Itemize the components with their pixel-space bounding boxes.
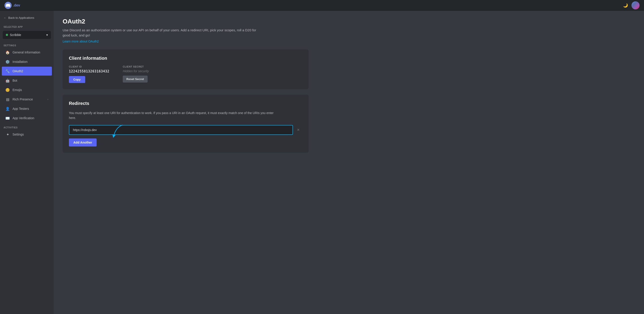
redirect-url-input[interactable] (69, 125, 293, 135)
nav-label-oauth2: OAuth2 (12, 69, 48, 73)
discord-logo-icon (4, 2, 12, 9)
selected-app-name: Scribble (10, 33, 21, 37)
home-icon: 🏠 (5, 50, 10, 54)
client-info-grid: CLIENT ID 1224255813263163432 Copy CLIEN… (69, 65, 302, 83)
wrench-icon: 🔧 (5, 69, 10, 73)
activities-section-label: ACTIVITIES (0, 123, 54, 130)
emoji-icon: 😊 (5, 88, 10, 92)
nav-item-installation[interactable]: ⚙️ Installation (2, 57, 52, 66)
reset-secret-button[interactable]: Reset Secret (123, 76, 148, 82)
sidebar: ← Back to Applications SELECTED APP Scri… (0, 11, 54, 314)
user-avatar[interactable] (632, 1, 640, 10)
settings-section-label: SETTINGS (0, 42, 54, 48)
nav-label-emojis: Emojis (12, 88, 48, 92)
redirects-card: Redirects You must specify at least one … (62, 94, 308, 153)
app-name-row: Scribble (6, 33, 21, 37)
main-content: OAuth2 Use Discord as an authorization s… (54, 11, 644, 314)
back-label: Back to Applications (8, 16, 34, 20)
nav-label-rich-presence: Rich Presence (12, 98, 45, 101)
robot-icon: 🤖 (5, 78, 10, 83)
client-info-card-title: Client information (69, 56, 302, 61)
gear-icon: ⚙️ (5, 60, 10, 64)
page-title: OAuth2 (62, 18, 635, 25)
client-secret-col: CLIENT SECRET Hidden for security Reset … (123, 65, 149, 82)
selected-app-section-label: SELECTED APP (0, 24, 54, 29)
logo-text: .dev (13, 3, 20, 8)
top-navigation: .dev 🌙 (0, 0, 644, 11)
copy-client-id-button[interactable]: Copy (69, 76, 85, 83)
redirect-description: You must specify at least one URI for au… (69, 110, 281, 120)
client-id-label: CLIENT ID (69, 65, 109, 68)
redirect-input-row: × (69, 125, 302, 135)
client-id-col: CLIENT ID 1224255813263163432 Copy (69, 65, 109, 83)
nav-item-rich-presence[interactable]: ▤ Rich Presence › (2, 95, 52, 104)
nav-label-activities-settings: Settings (12, 132, 48, 136)
nav-item-app-testers[interactable]: 👤 App Testers (2, 104, 52, 113)
theme-toggle-icon[interactable]: 🌙 (623, 3, 628, 8)
dropdown-chevron-icon: ▾ (46, 33, 48, 37)
page-description: Use Discord as an authorization system o… (62, 28, 264, 38)
client-information-card: Client information CLIENT ID 12242558132… (62, 50, 308, 89)
nav-label-app-verification: App Verification (12, 116, 48, 120)
client-id-value: 1224255813263163432 (69, 69, 109, 73)
nav-item-app-verification[interactable]: ✉️ App Verification (2, 114, 52, 122)
nav-item-emojis[interactable]: 😊 Emojis (2, 86, 52, 94)
add-another-button[interactable]: Add Another (69, 138, 96, 146)
topnav-right: 🌙 (623, 1, 640, 10)
envelope-icon: ✉️ (5, 116, 10, 120)
back-to-applications-link[interactable]: ← Back to Applications (0, 14, 54, 21)
back-arrow-icon: ← (4, 16, 6, 20)
app-status-dot (6, 34, 8, 36)
client-secret-label: CLIENT SECRET (123, 65, 149, 68)
nav-label-installation: Installation (12, 60, 48, 64)
person-icon: 👤 (5, 106, 10, 111)
rich-presence-chevron-icon: › (48, 98, 48, 101)
nav-item-oauth2[interactable]: 🔧 OAuth2 (2, 67, 52, 76)
remove-redirect-button[interactable]: × (295, 126, 302, 133)
nav-item-bot[interactable]: 🤖 Bot (2, 76, 52, 85)
main-layout: ← Back to Applications SELECTED APP Scri… (0, 11, 644, 314)
list-icon: ▤ (5, 97, 10, 102)
nav-item-activities-settings[interactable]: ✦ Settings (2, 130, 52, 139)
client-secret-hidden-text: Hidden for security (123, 69, 149, 73)
nav-item-general-information[interactable]: 🏠 General Information (2, 48, 52, 57)
nav-label-app-testers: App Testers (12, 107, 48, 110)
selected-app-container: Scribble ▾ (0, 29, 54, 41)
nav-label-bot: Bot (12, 79, 48, 82)
logo[interactable]: .dev (4, 2, 20, 9)
redirects-card-title: Redirects (69, 101, 302, 106)
learn-more-link[interactable]: Learn more about OAuth2 (62, 40, 99, 43)
activities-settings-icon: ✦ (5, 132, 10, 137)
nav-label-general-information: General Information (12, 50, 48, 54)
app-dropdown[interactable]: Scribble ▾ (3, 31, 51, 39)
